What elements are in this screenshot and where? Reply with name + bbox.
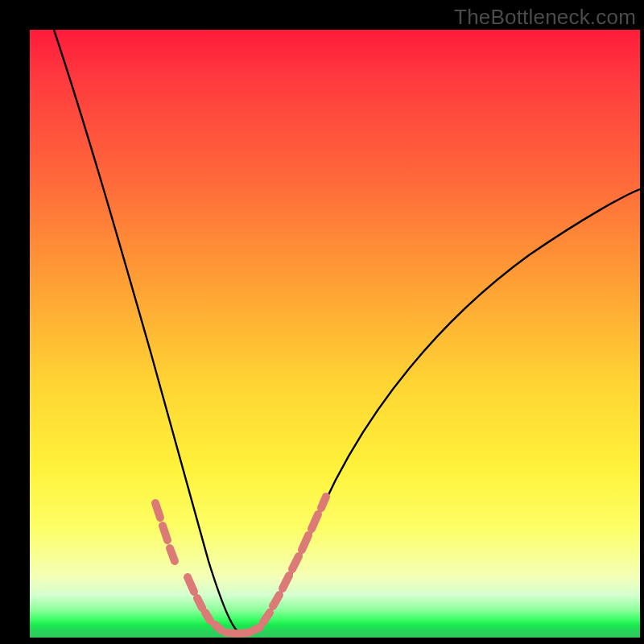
marker-dot: [205, 613, 210, 621]
watermark-text: TheBottleneck.com: [454, 5, 636, 30]
marker-dot: [302, 535, 308, 550]
marker-dot: [273, 595, 279, 606]
marker-dot: [263, 613, 270, 622]
marker-group: [155, 497, 326, 634]
outer-frame: TheBottleneck.com: [0, 0, 644, 644]
marker-dot: [155, 503, 160, 518]
marker-dot: [188, 577, 194, 592]
marker-dot: [170, 548, 175, 561]
marker-dot: [283, 576, 289, 588]
marker-dot: [163, 526, 167, 540]
marker-dot: [197, 598, 202, 608]
marker-dot: [292, 556, 299, 569]
marker-dot: [215, 625, 221, 630]
plot-area: [30, 30, 640, 638]
marker-dot: [239, 633, 249, 634]
marker-dot: [321, 497, 326, 508]
marker-dot: [312, 514, 318, 529]
curve-layer: [30, 30, 640, 638]
marker-dot: [252, 627, 260, 631]
marker-dot: [226, 633, 236, 634]
bottleneck-curve: [54, 30, 640, 634]
